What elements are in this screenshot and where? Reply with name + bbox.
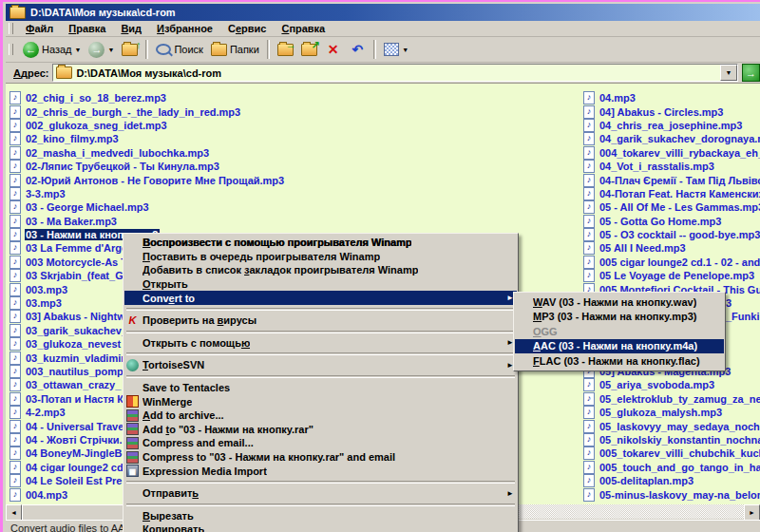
- file-item[interactable]: 05 - Gotta Go Home.mp3: [583, 215, 760, 228]
- context-menu-item[interactable]: Convert to►: [124, 291, 517, 305]
- file-item[interactable]: 02-Юрий Антонов - Не Говорите Мне Прощай…: [10, 173, 285, 186]
- back-button[interactable]: ← Назад ▼: [20, 38, 84, 61]
- menubar-item[interactable]: Избранное: [149, 22, 220, 35]
- up-button[interactable]: ↑: [119, 38, 141, 61]
- undo-button[interactable]: ↶: [347, 38, 370, 61]
- file-item[interactable]: 05_nikolskiy_konstantin_nochnay: [583, 433, 760, 446]
- file-item[interactable]: 04_chris_rea_josephine.mp3: [583, 119, 760, 132]
- audio-file-icon: [583, 119, 595, 132]
- context-menu-item[interactable]: Compress to "03 - Нажми на кнопку.rar" a…: [124, 450, 517, 465]
- submenu-item[interactable]: WAV (03 - Нажми на кнопку.wav): [515, 294, 724, 310]
- file-item[interactable]: 05 - All Of Me - Les Gammas.mp3: [583, 200, 760, 214]
- file-item[interactable]: 04-Потап Feat. Настя Каменских.mp3: [583, 187, 760, 200]
- copy-to-button[interactable]: ↗: [298, 38, 320, 61]
- file-item[interactable]: 05_ariya_svoboda.mp3: [583, 378, 760, 391]
- move-to-button[interactable]: →: [275, 38, 296, 61]
- audio-file-icon: [10, 91, 21, 104]
- audio-file-icon: [10, 310, 21, 323]
- address-input[interactable]: D:\DATA\Моя музыка\cd-rom ▼: [52, 64, 738, 82]
- menubar-item[interactable]: Файл: [18, 22, 61, 35]
- file-item[interactable]: 02_kino_filmy.mp3: [10, 132, 285, 145]
- context-menu-item[interactable]: Поставить в очередь проигрывателя Winamp: [124, 250, 517, 264]
- context-menu-item[interactable]: WinMerge: [124, 394, 517, 408]
- toolbar-separator: [267, 40, 270, 59]
- submenu-item[interactable]: MP3 (03 - Нажми на кнопку.mp3): [515, 310, 724, 325]
- file-item[interactable]: 05_glukoza_malysh.mp3: [583, 406, 760, 419]
- file-item[interactable]: 05 All I Need.mp3: [583, 241, 760, 255]
- context-menu-item[interactable]: Копировать: [124, 522, 517, 532]
- context-menu-item[interactable]: Save to Tentacles: [124, 381, 517, 395]
- file-item[interactable]: 05-minus-laskovy_may-na_belom: [583, 487, 760, 501]
- context-menu-item[interactable]: Compress and email...: [124, 436, 517, 450]
- context-menu-item[interactable]: Открыть с помощью►: [124, 336, 517, 351]
- context-menu-item[interactable]: Воспроизвести с помощью проигрывателя Wi…: [124, 236, 517, 250]
- audio-file-icon: [583, 269, 595, 282]
- file-name: 005_touch_and_go_tango_in_ha: [598, 462, 760, 473]
- views-dropdown-icon[interactable]: ▼: [402, 47, 408, 53]
- file-item[interactable]: 05 Le Voyage de Penelope.mp3: [583, 269, 760, 282]
- file-item[interactable]: 004_tokarev_villi_rybackaya_eh_raz.mp3: [583, 146, 760, 160]
- context-menu-item[interactable]: ▦Expression Media Import: [124, 464, 517, 478]
- folders-button[interactable]: Папки: [208, 38, 262, 61]
- context-menu-item[interactable]: Вырезать: [124, 509, 517, 523]
- context-menu-item[interactable]: Добавить в список закладок проигрывателя…: [124, 263, 517, 277]
- views-button[interactable]: ▼: [381, 38, 411, 61]
- context-menu-item[interactable]: TortoiseSVN►: [124, 358, 517, 372]
- submenu-item[interactable]: OGG: [515, 324, 724, 339]
- file-name: 05_ariya_svoboda.mp3: [598, 379, 715, 390]
- submenu-item[interactable]: AAC (03 - Нажми на кнопку.m4a): [515, 339, 724, 354]
- forward-button[interactable]: → ▼: [86, 38, 117, 61]
- file-item[interactable]: 03 - Ma Baker.mp3: [10, 215, 285, 228]
- go-button[interactable]: →: [742, 64, 760, 82]
- file-item[interactable]: 04-Плач Єремії - Там Під Львівським Замк…: [583, 173, 760, 186]
- file-item[interactable]: 002_glukoza_sneg_idet.mp3: [10, 119, 285, 132]
- file-name: 02_chris_de_burgh_-_the_lady_in_red.mp3: [25, 106, 241, 118]
- menu-item-label: Save to Tentacles: [142, 382, 230, 393]
- forward-dropdown-icon[interactable]: ▼: [107, 47, 114, 53]
- file-name: 005 cigar lounge2 cd.1 - 02 - and: [598, 256, 760, 268]
- menubar-item[interactable]: Справка: [274, 22, 332, 35]
- file-item[interactable]: 05 - O3 cocktail -- good-bye.mp3: [583, 228, 760, 241]
- file-item[interactable]: 02_chris_de_burgh_-_the_lady_in_red.mp3: [10, 104, 285, 118]
- scroll-right-button[interactable]: ►: [744, 504, 760, 521]
- file-item[interactable]: 04.mp3: [583, 91, 760, 104]
- scrollbar-thumb[interactable]: [22, 504, 126, 521]
- file-item[interactable]: 02-Ляпис Трубецкой - Ты Кинула.mp3: [10, 160, 285, 173]
- file-item[interactable]: 03 - George Michael.mp3: [10, 200, 285, 214]
- menubar-item[interactable]: Сервис: [220, 22, 274, 35]
- file-item[interactable]: 02_chig_i_so_18_berez.mp3: [10, 91, 285, 104]
- context-menu-item[interactable]: Открыть: [124, 277, 517, 292]
- file-item[interactable]: 04_Vot_i_rasstalis.mp3: [583, 160, 760, 173]
- file-item[interactable]: 04_garik_sukachev_dorognaya.mp3: [583, 132, 760, 145]
- menubar-item[interactable]: Правка: [61, 22, 113, 35]
- toolbar-grip[interactable]: [9, 44, 13, 55]
- audio-file-icon: [583, 91, 595, 104]
- file-name: 04 BoneyM-JingleBe: [25, 447, 129, 459]
- file-item[interactable]: 05_laskovyy_may_sedaya_noch.: [583, 419, 760, 432]
- file-item[interactable]: 005_tokarev_villi_chubchik_kuche: [583, 446, 760, 460]
- context-menu-item[interactable]: Add to "03 - Нажми на кнопку.rar": [124, 423, 517, 437]
- file-name: 03_kuzmin_vladimir: [25, 352, 126, 364]
- file-name: 03 Skrjabin_(feat_G: [25, 270, 124, 281]
- file-item[interactable]: 005-delitaplan.mp3: [583, 474, 760, 487]
- audio-file-icon: [10, 324, 21, 337]
- address-bar: Адрес: D:\DATA\Моя музыка\cd-rom ▼ →: [6, 63, 760, 84]
- back-dropdown-icon[interactable]: ▼: [75, 47, 82, 53]
- toolbar-grip[interactable]: [9, 23, 13, 34]
- back-icon: ←: [23, 42, 39, 58]
- submenu-item[interactable]: FLAC (03 - Нажми на кнопку.flac): [515, 353, 724, 369]
- file-item[interactable]: 02_masha_i_medvedi_lubochka.mp3: [10, 146, 285, 160]
- search-button[interactable]: Поиск: [153, 38, 205, 61]
- delete-button[interactable]: ✕: [322, 38, 345, 61]
- file-item[interactable]: 05_elektroklub_ty_zamug_za_ne: [583, 392, 760, 406]
- file-item[interactable]: 3-3.mp3: [10, 187, 285, 200]
- context-menu-item[interactable]: Отправить►: [124, 486, 517, 501]
- file-item[interactable]: 04] Abakus - Circles.mp3: [583, 104, 760, 118]
- context-menu-item[interactable]: KПроверить на вирусы: [124, 314, 517, 328]
- context-menu-item[interactable]: Add to archive...: [124, 408, 517, 423]
- file-item[interactable]: 005 cigar lounge2 cd.1 - 02 - and: [583, 256, 760, 269]
- menubar-item[interactable]: Вид: [113, 22, 149, 35]
- scroll-left-button[interactable]: ◄: [6, 504, 22, 521]
- file-item[interactable]: 005_touch_and_go_tango_in_ha: [583, 461, 760, 474]
- address-dropdown-button[interactable]: ▼: [720, 65, 737, 81]
